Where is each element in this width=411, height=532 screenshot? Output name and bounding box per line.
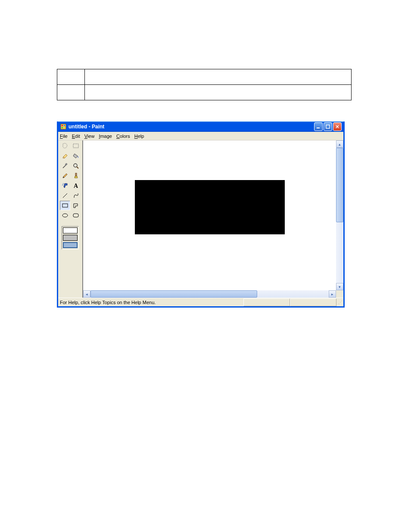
menu-file[interactable]: File [60, 134, 68, 139]
tool-pencil[interactable] [60, 171, 70, 180]
tool-eraser[interactable] [60, 151, 70, 161]
tool-brush[interactable] [71, 171, 81, 180]
minimize-button[interactable] [314, 122, 323, 131]
svg-point-16 [63, 183, 64, 184]
scroll-thumb[interactable] [336, 148, 343, 222]
scroll-track[interactable] [336, 148, 343, 283]
vertical-scrollbar[interactable]: ▴ ▾ [336, 140, 343, 290]
svg-point-17 [62, 185, 63, 186]
svg-point-12 [74, 164, 77, 167]
status-text: For Help, click Help Topics on the Help … [58, 299, 243, 306]
svg-rect-5 [317, 128, 320, 128]
tool-text[interactable]: A [71, 181, 81, 190]
table-cell [84, 85, 351, 100]
svg-rect-6 [326, 125, 330, 128]
menu-colors[interactable]: Colors [116, 134, 130, 139]
window-title: untitled - Paint [68, 124, 314, 130]
svg-text:A: A [74, 183, 78, 189]
tool-airbrush[interactable] [60, 181, 70, 190]
tool-picker[interactable] [60, 161, 70, 171]
app-icon [60, 123, 67, 130]
menu-edit[interactable]: Edit [72, 134, 80, 139]
scroll-thumb[interactable] [90, 290, 257, 298]
tool-freeform-select[interactable] [60, 141, 70, 151]
tool-fill[interactable] [71, 151, 81, 161]
close-button[interactable] [333, 122, 342, 131]
tool-options [62, 226, 79, 249]
scroll-up-arrow-icon[interactable]: ▴ [336, 140, 343, 148]
fill-option-solid[interactable] [63, 242, 78, 248]
maximize-button[interactable] [324, 122, 332, 131]
horizontal-scrollbar[interactable]: ◂ ▸ [83, 290, 336, 298]
table-cell [84, 69, 351, 85]
tool-rectangle[interactable] [60, 201, 70, 210]
menu-image[interactable]: Image [99, 134, 112, 139]
tool-magnifier[interactable] [71, 161, 81, 171]
titlebar[interactable]: untitled - Paint [58, 121, 343, 132]
canvas[interactable] [83, 140, 336, 290]
menubar: File Edit View Image Colors Help [58, 132, 343, 140]
status-size [290, 299, 336, 306]
svg-rect-20 [62, 204, 68, 207]
svg-rect-22 [73, 214, 78, 217]
status-coords [243, 299, 290, 306]
svg-rect-4 [64, 127, 65, 128]
statusbar: For Help, click Help Topics on the Help … [58, 298, 343, 306]
tool-polygon[interactable] [71, 201, 81, 210]
svg-rect-0 [61, 124, 66, 129]
svg-rect-2 [64, 125, 65, 126]
tool-rect-select[interactable] [71, 141, 81, 151]
resize-grip-icon[interactable]: ⋰ [336, 299, 343, 305]
canvas-area: ▴ ▾ ◂ ▸ [82, 140, 343, 298]
svg-point-15 [62, 184, 63, 185]
table-cell [57, 85, 85, 100]
svg-line-13 [77, 167, 78, 168]
svg-rect-3 [62, 127, 63, 128]
scroll-right-arrow-icon[interactable]: ▸ [329, 290, 336, 298]
toolbox: A [58, 140, 82, 298]
fill-option-outline[interactable] [63, 227, 78, 233]
scroll-corner [336, 290, 343, 298]
client-area: A ▴ ▾ [58, 140, 343, 298]
svg-rect-14 [75, 173, 77, 176]
svg-point-21 [62, 214, 68, 217]
svg-rect-1 [62, 125, 63, 126]
scroll-left-arrow-icon[interactable]: ◂ [83, 290, 90, 298]
drawn-rectangle [135, 180, 285, 234]
scroll-track[interactable] [90, 290, 329, 298]
menu-help[interactable]: Help [134, 134, 144, 139]
svg-rect-9 [73, 144, 78, 148]
scroll-down-arrow-icon[interactable]: ▾ [336, 283, 343, 290]
svg-line-10 [63, 165, 66, 168]
tool-rounded-rect[interactable] [71, 211, 81, 220]
paint-window: untitled - Paint File Edit View Image Co… [57, 121, 345, 308]
fill-option-outline-fill[interactable] [63, 235, 78, 241]
empty-table [57, 69, 352, 100]
tool-curve[interactable] [71, 191, 81, 200]
svg-line-19 [63, 193, 67, 198]
menu-view[interactable]: View [84, 134, 95, 139]
tool-line[interactable] [60, 191, 70, 200]
table-cell [57, 69, 85, 85]
tool-ellipse[interactable] [60, 211, 70, 220]
